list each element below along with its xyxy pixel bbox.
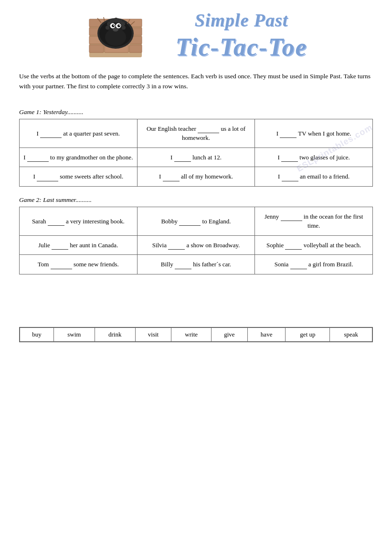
svg-point-27 — [119, 25, 120, 26]
game2-cell-6: Sophie volleyball at the beach. — [255, 235, 373, 255]
svg-point-24 — [112, 24, 115, 27]
svg-point-20 — [106, 26, 109, 30]
title-tictactoe: Tic-Tac-Toe — [175, 33, 307, 61]
blank — [175, 263, 191, 269]
game2-grid: Sarah a very interesting book. Bobby to … — [19, 207, 373, 274]
verb-cell-8: speak — [330, 327, 372, 341]
svg-point-26 — [113, 25, 114, 26]
game1-cell-5: I lunch at 12. — [137, 147, 255, 167]
blank — [51, 263, 72, 269]
game1-label: Game 1: Yesterday.......... — [19, 108, 373, 116]
verb-cell-5: give — [211, 327, 247, 341]
svg-point-30 — [113, 28, 118, 32]
blank — [163, 175, 180, 181]
svg-point-21 — [122, 26, 126, 30]
game1-cell-4: I to my grandmother on the phone. — [20, 147, 138, 167]
blank — [168, 243, 185, 250]
game1-cell-2: Our English teacher us a lot of homework… — [137, 119, 255, 147]
game1-cell-1: I at a quarter past seven. — [20, 119, 138, 147]
page-titles: Simple Past Tic-Tac-Toe — [175, 10, 307, 61]
game2-cell-8: Billy his father´s car. — [137, 255, 255, 274]
blank — [48, 219, 64, 226]
blank — [280, 131, 297, 138]
game2-cell-3: Jenny in the ocean for the first time. — [255, 207, 373, 235]
game1-grid: I at a quarter past seven. Our English t… — [19, 119, 373, 187]
game2-cell-9: Sonia a girl from Brazil. — [255, 255, 373, 274]
game1-cell-9: I an email to a friend. — [255, 167, 373, 187]
game2-cell-7: Tom some new friends. — [20, 255, 138, 274]
mascot — [85, 10, 147, 62]
title-simple-past: Simple Past — [175, 10, 307, 31]
verb-box: buyswimdrinkvisitwritegivehaveget upspea… — [19, 327, 373, 342]
blank — [290, 263, 307, 269]
blank — [281, 214, 302, 221]
blank — [37, 175, 58, 181]
game1-cell-7: I some sweets after school. — [20, 167, 138, 187]
instructions-text: Use the verbs at the bottom of the page … — [19, 72, 373, 92]
blank — [282, 175, 298, 181]
blank — [27, 155, 49, 162]
blank — [174, 155, 191, 162]
verb-cell-3: visit — [135, 327, 171, 341]
game2-cell-1: Sarah a very interesting book. — [20, 207, 138, 235]
verb-cell-7: get up — [286, 327, 330, 341]
blank — [179, 219, 201, 226]
svg-rect-8 — [89, 45, 104, 53]
blank — [198, 126, 219, 133]
svg-point-25 — [117, 24, 120, 27]
game2-label: Game 2: Last summer.......... — [19, 196, 373, 204]
svg-point-19 — [120, 21, 125, 26]
blank — [40, 131, 62, 138]
verb-cell-4: write — [171, 327, 211, 341]
verb-cell-6: have — [247, 327, 286, 341]
verb-cell-2: drink — [95, 327, 135, 341]
svg-rect-10 — [129, 45, 142, 53]
blank — [281, 155, 298, 162]
game2-cell-4: Julie her aunt in Canada. — [20, 235, 138, 255]
verb-cell-1: swim — [53, 327, 95, 341]
page-header: Simple Past Tic-Tac-Toe — [19, 10, 373, 62]
game2-cell-2: Bobby to England. — [137, 207, 255, 235]
blank — [52, 243, 68, 250]
game1-cell-3: I TV when I got home. — [255, 119, 373, 147]
game1-cell-6: I two glasses of juice. — [255, 147, 373, 167]
game1-cell-8: I all of my homework. — [137, 167, 255, 187]
game2-cell-5: Silvia a show on Broadway. — [137, 235, 255, 255]
verb-cell-0: buy — [20, 327, 54, 341]
blank — [285, 243, 302, 250]
